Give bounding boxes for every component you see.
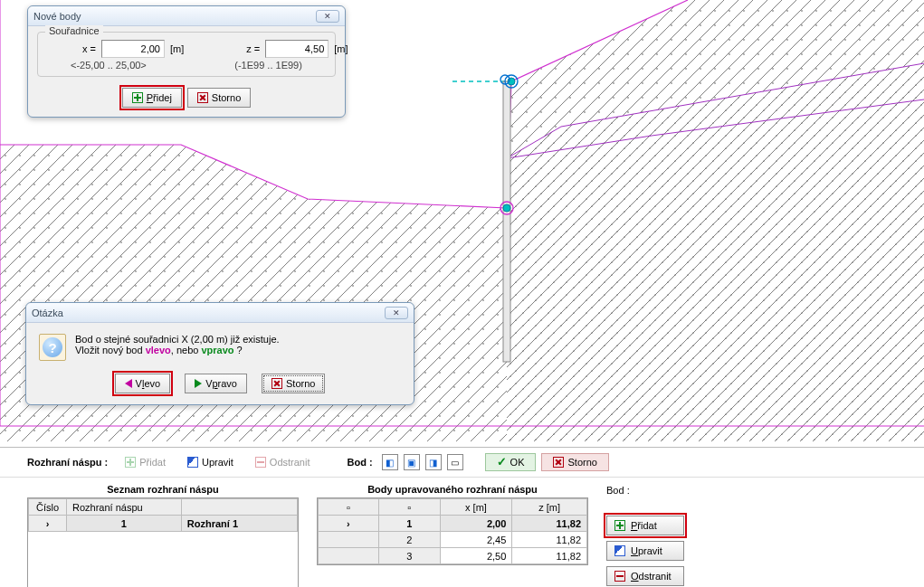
cancel-button[interactable]: Storno xyxy=(541,453,608,471)
plus-icon xyxy=(132,92,143,103)
svg-rect-3 xyxy=(503,81,510,362)
side-edit-button[interactable]: Upravit xyxy=(606,541,684,561)
plus-icon xyxy=(614,520,625,531)
z-input[interactable] xyxy=(265,40,329,58)
x-icon xyxy=(271,378,282,389)
bod-btn-2[interactable]: ▣ xyxy=(404,454,420,470)
dialog-titlebar[interactable]: Otázka ✕ xyxy=(26,303,414,323)
corner-btn-1[interactable]: ▫ xyxy=(319,499,379,516)
toolbar-remove: Odstranit xyxy=(247,453,319,471)
z-label: z = xyxy=(211,43,260,54)
corner-btn-2[interactable]: ▫ xyxy=(378,499,440,516)
side-remove-button[interactable]: Odstranit xyxy=(606,566,684,586)
cancel-button[interactable]: Storno xyxy=(187,88,251,108)
left-table-title: Seznam rozhraní náspu xyxy=(27,481,299,497)
drawing-canvas[interactable]: Nové body ✕ Souřadnice x = [m] <-25,00 .… xyxy=(0,0,924,441)
table-row[interactable]: 3 2,5011,82 xyxy=(319,548,587,564)
question-icon: ? xyxy=(39,334,66,361)
cancel-button[interactable]: Storno xyxy=(262,374,325,393)
fieldset-legend: Souřadnice xyxy=(45,25,103,36)
left-button[interactable]: Vlevo xyxy=(115,374,171,393)
unit-label: [m] xyxy=(334,43,348,54)
col-name: Rozhraní náspu xyxy=(67,499,182,516)
dialog-title-text: Otázka xyxy=(32,308,63,318)
dialog-new-points: Nové body ✕ Souřadnice x = [m] <-25,00 .… xyxy=(27,5,346,118)
bottom-panel: Rozhraní náspu : Přidat Upravit Odstrani… xyxy=(0,447,924,587)
right-table[interactable]: ▫ ▫ x [m] z [m] ›1 2,0011,82 2 2,4511,82 xyxy=(317,497,588,565)
z-range-hint: (-1E99 .. 1E99) xyxy=(234,60,348,71)
close-icon[interactable]: ✕ xyxy=(316,10,339,23)
x-input[interactable] xyxy=(101,40,165,58)
minus-icon xyxy=(255,457,266,468)
edit-icon xyxy=(614,545,625,556)
plus-icon xyxy=(125,457,136,468)
ok-button[interactable]: ✓OK xyxy=(485,453,537,471)
bod-btn-1[interactable]: ◧ xyxy=(382,454,398,470)
x-icon xyxy=(553,457,564,468)
x-label: x = xyxy=(47,43,96,54)
side-add-button[interactable]: Přidat xyxy=(606,516,684,535)
table-row[interactable]: › 1 Rozhraní 1 xyxy=(29,516,298,532)
right-button[interactable]: Vpravo xyxy=(185,374,247,393)
check-icon: ✓ xyxy=(497,458,507,467)
toolbar: Rozhraní náspu : Přidat Upravit Odstrani… xyxy=(0,448,924,478)
left-table[interactable]: ČísloRozhraní náspu › 1 Rozhraní 1 xyxy=(27,497,299,587)
bod-btn-4[interactable]: ▭ xyxy=(447,454,463,470)
unit-label: [m] xyxy=(170,43,184,54)
x-icon xyxy=(197,92,208,103)
bod-btn-3[interactable]: ◨ xyxy=(425,454,442,470)
bod-label: Bod : xyxy=(347,457,372,468)
edit-icon xyxy=(187,457,198,468)
minus-icon xyxy=(614,571,625,582)
add-button[interactable]: Přidej xyxy=(122,88,182,108)
col-number: Číslo xyxy=(29,499,67,516)
side-label: Bod : xyxy=(606,485,684,496)
triangle-left-icon xyxy=(125,379,132,388)
triangle-right-icon xyxy=(195,379,202,388)
toolbar-edit[interactable]: Upravit xyxy=(179,453,242,471)
table-row[interactable]: 2 2,4511,82 xyxy=(319,532,587,548)
close-icon[interactable]: ✕ xyxy=(385,307,408,319)
x-range-hint: <-25,00 .. 25,00> xyxy=(71,60,184,71)
svg-point-5 xyxy=(503,204,510,212)
toolbar-add: Přidat xyxy=(117,453,174,471)
col-x: x [m] xyxy=(440,499,512,516)
dialog-question: Otázka ✕ ? Bod o stejné souřadnici X (2,… xyxy=(25,302,414,405)
toolbar-title: Rozhraní náspu : xyxy=(27,457,108,468)
table-row[interactable]: ›1 2,0011,82 xyxy=(319,516,587,532)
dialog-titlebar[interactable]: Nové body ✕ xyxy=(28,6,345,26)
question-text: Bod o stejné souřadnici X (2,00 m) již e… xyxy=(75,334,280,361)
right-table-title: Body upravovaného rozhraní náspu xyxy=(317,481,588,497)
dialog-title-text: Nové body xyxy=(33,11,81,22)
col-z: z [m] xyxy=(512,499,587,516)
